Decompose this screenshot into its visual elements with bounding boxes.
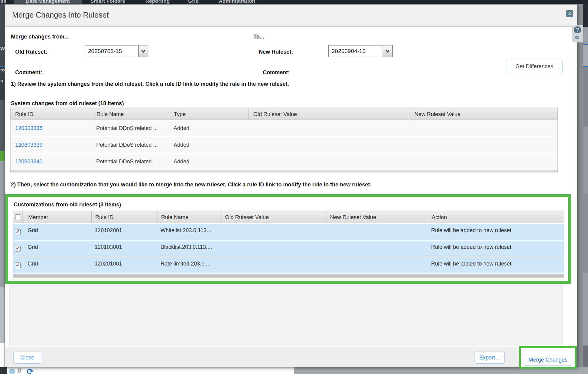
customizations-table: MemberRule IDRule NameOld Ruleset ValueN… — [13, 211, 564, 278]
table-header-row: MemberRule IDRule NameOld Ruleset ValueN… — [13, 211, 564, 223]
row-checkbox[interactable] — [15, 246, 21, 252]
select-all-cell — [13, 211, 22, 223]
customizations-table-title: Customizations from old ruleset (3 items… — [14, 202, 121, 208]
rule-id-link[interactable]: 120603339 — [15, 142, 42, 148]
old-value-cell — [248, 120, 410, 136]
close-icon[interactable]: ✕ — [566, 10, 573, 17]
rule-id-link[interactable]: 120102001 — [95, 227, 122, 233]
table-row[interactable]: Grid120102001Whitelist:203.0.113....Rule… — [13, 224, 564, 240]
column-header: Rule ID — [11, 108, 92, 120]
table-scrollbar[interactable] — [10, 170, 558, 172]
rule-name-cell: Potential DDoS related ... — [92, 154, 169, 170]
export-button[interactable]: Export... — [474, 352, 505, 364]
refresh-icon: ⟳ — [27, 367, 34, 374]
collapse-left-icon[interactable]: « — [575, 32, 580, 42]
row-checkbox[interactable] — [15, 262, 21, 268]
row-checkbox[interactable] — [15, 229, 21, 235]
select-all-checkbox[interactable] — [15, 214, 21, 220]
row-select-cell — [13, 241, 22, 257]
old-ruleset-dropdown[interactable]: 20250702-15 — [85, 45, 148, 57]
new-ruleset-label: New Ruleset: — [259, 49, 293, 55]
close-button[interactable]: Close — [13, 352, 41, 364]
nav-tab-administration[interactable]: Administration — [219, 0, 255, 4]
column-header: Member — [22, 211, 91, 223]
column-header: Rule Name — [92, 108, 169, 120]
chevron-down-icon[interactable] — [138, 45, 148, 57]
system-changes-table: Rule IDRule NameTypeOld Ruleset ValueNew… — [10, 108, 558, 172]
rule-id-cell: 120603340 — [11, 154, 92, 170]
bg-green-button-sliver — [0, 151, 5, 161]
rule-id-link[interactable]: 120603340 — [15, 159, 42, 165]
rule-name-cell: Rate limited:203.0.... — [157, 257, 221, 273]
dialog-footer: Close Export... — [5, 347, 577, 367]
bg-logo-fragment-icon — [9, 369, 15, 374]
new-ruleset-value: 20250904-15 — [329, 45, 383, 57]
new-value-cell — [410, 120, 558, 136]
column-header: New Ruleset Value — [326, 211, 428, 223]
rule-id-cell: 120201001 — [91, 257, 157, 273]
chevron-down-icon[interactable] — [383, 45, 392, 57]
new-value-cell — [410, 137, 558, 153]
background-right-sliver — [583, 0, 588, 374]
rule-id-link[interactable]: 120201001 — [95, 261, 122, 267]
top-nav-bar: dsData ManagementSmart FoldersReportingG… — [0, 0, 588, 4]
bg-panel-corner — [0, 367, 7, 374]
side-flyout-panel: ? « — [572, 25, 583, 42]
table-row: 120603338Potential DDoS related ...Added — [11, 120, 557, 136]
annotation-highlight-merge-button: Merge Changes — [519, 346, 577, 369]
rule-id-link[interactable]: 120103001 — [95, 244, 122, 250]
type-cell: Added — [169, 137, 248, 153]
get-differences-button[interactable]: Get Differences — [506, 60, 563, 73]
table-header-row: Rule IDRule NameTypeOld Ruleset ValueNew… — [10, 108, 558, 120]
rule-id-cell: 120603339 — [11, 137, 92, 153]
rule-name-cell: Whitelist:203.0.113.... — [157, 224, 221, 240]
bg-segment — [583, 67, 588, 127]
bg-segment — [583, 194, 588, 273]
empty-content-panel — [9, 285, 563, 346]
table-row: 120603339Potential DDoS related ...Added — [11, 136, 557, 153]
nav-tab-reporting[interactable]: Reporting — [145, 0, 170, 4]
bg-segment — [583, 127, 588, 194]
new-value-cell — [410, 154, 558, 170]
table-row[interactable]: Grid120103001Blacklist:203.0.113....Rule… — [13, 241, 564, 257]
bg-segment — [583, 273, 588, 346]
background-bottom-sliver: II ⟳ — [0, 367, 588, 374]
to-heading: To... — [253, 34, 264, 40]
bg-text-fragment: W — [0, 46, 5, 52]
type-cell: Added — [169, 120, 248, 136]
action-cell: Rule will be added to new ruleset — [427, 257, 564, 273]
bg-segment — [583, 45, 588, 66]
bg-segment — [0, 287, 5, 343]
nav-tab-ds[interactable]: ds — [0, 0, 6, 4]
table-scrollbar[interactable] — [13, 274, 564, 278]
bg-segment — [0, 0, 5, 66]
action-cell: Rule will be added to new ruleset — [427, 241, 564, 257]
bg-segment — [0, 161, 5, 287]
to-comment-label: Comment: — [263, 69, 290, 76]
new-value-cell — [326, 241, 427, 257]
table-row[interactable]: Grid120201001Rate limited:203.0....Rule … — [13, 257, 564, 273]
merge-changes-button[interactable]: Merge Changes — [524, 354, 572, 366]
old-ruleset-label: Old Ruleset: — [15, 49, 47, 55]
nav-tab-data-management[interactable]: Data Management — [14, 0, 82, 4]
old-value-cell — [221, 224, 326, 240]
table-body: Grid120102001Whitelist:203.0.113....Rule… — [13, 224, 564, 273]
rule-id-link[interactable]: 120603338 — [15, 125, 42, 131]
bg-text-fragment: ro — [0, 67, 5, 72]
bg-text-fragment: n — [0, 78, 3, 84]
annotation-highlight-customizations: Customizations from old ruleset (3 items… — [5, 194, 571, 284]
action-cell: Rule will be added to new ruleset — [427, 224, 564, 240]
new-ruleset-dropdown[interactable]: 20250904-15 — [328, 45, 393, 57]
column-header: Rule ID — [91, 211, 157, 223]
merge-from-heading: Merge changes from... — [11, 34, 69, 40]
nav-tab-smart-folders[interactable]: Smart Folders — [90, 0, 125, 4]
nav-tab-grid[interactable]: Grid — [188, 0, 199, 4]
dialog-header: Merge Changes Into Ruleset — [5, 5, 577, 27]
table-row: 120603340Potential DDoS related ...Added — [11, 153, 557, 170]
bg-segment — [0, 343, 5, 367]
member-cell: Grid — [22, 257, 91, 273]
bg-toolbar-strip — [0, 367, 294, 374]
column-header: Action — [428, 211, 564, 223]
row-select-cell — [13, 224, 22, 240]
table-body: 120603338Potential DDoS related ...Added… — [10, 120, 558, 170]
